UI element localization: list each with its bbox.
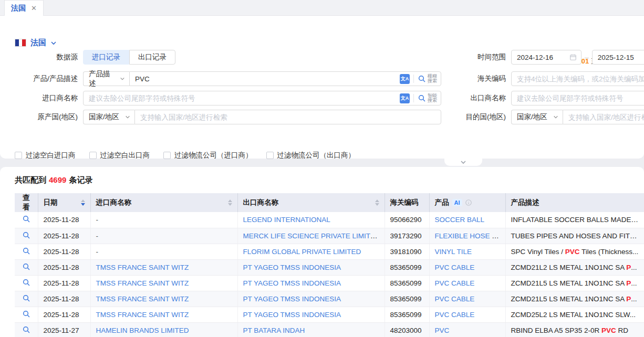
checkbox-label: 过滤空白进口商 — [26, 151, 76, 160]
end-date-input[interactable]: 2025-12-15 — [592, 50, 644, 65]
column-header-exporter[interactable]: 出口商名称 — [237, 193, 385, 212]
country-tab[interactable]: 法国 ✕ — [4, 0, 44, 16]
checkbox-filter-blank-importer[interactable]: 过滤空白进口商 — [15, 151, 76, 160]
sort-icon[interactable] — [375, 199, 379, 206]
exporter-link[interactable]: LEGEND INTERNATIONAL — [243, 216, 330, 224]
table-row: 2025-11-27 HAMELIN BRANDS LIMITED PT BAT… — [15, 322, 644, 337]
column-header-importer[interactable]: 进口商名称 — [90, 193, 237, 212]
product-link[interactable]: SOCCER BALL — [435, 216, 485, 224]
collapse-filters-button[interactable] — [444, 159, 482, 166]
translate-icon[interactable]: 文A — [400, 74, 410, 84]
cell-hs-code: 85365099 — [385, 259, 429, 275]
importer-link[interactable]: TMSS FRANCE SAINT WITZ — [96, 279, 189, 287]
sort-icon[interactable] — [228, 199, 232, 206]
view-record-button[interactable] — [22, 262, 30, 271]
france-flag-icon — [15, 39, 26, 47]
close-icon[interactable]: ✕ — [31, 5, 37, 12]
destination-country-input[interactable] — [563, 110, 644, 124]
exporter-link[interactable]: MERCK LIFE SCIENCE PRIVATE LIMITED — [243, 232, 380, 240]
importer-link[interactable]: TMSS FRANCE SAINT WITZ — [96, 311, 189, 319]
search-icon — [22, 294, 30, 302]
checkbox-filter-blank-exporter[interactable]: 过滤空白出口商 — [89, 151, 150, 160]
column-header-date-label: 日期 — [44, 198, 58, 207]
column-header-importer-label: 进口商名称 — [96, 198, 132, 207]
exporter-link[interactable]: PT YAGEO TMSS INDONESIA — [243, 311, 341, 319]
filter-checkboxes: 过滤空白进口商 过滤空白出口商 过滤物流公司（进口商） 过滤物流公司（出口商） — [15, 151, 355, 160]
view-record-button[interactable] — [22, 325, 30, 334]
chevron-down-icon — [553, 114, 558, 120]
start-date-value: 2024-12-16 — [517, 54, 553, 61]
view-record-button[interactable] — [22, 310, 30, 318]
product-link[interactable]: PVC CABLE — [435, 279, 475, 287]
origin-country-select-value: 国家/地区 — [89, 112, 119, 122]
exporter-link[interactable]: PT BATARA INDAH — [243, 327, 305, 334]
product-field-select[interactable]: 产品描述 — [83, 71, 129, 86]
ai-badge: AI — [452, 199, 462, 206]
origin-country-input[interactable] — [134, 110, 441, 124]
search-icon — [22, 231, 30, 239]
cell-hs-code: 48203000 — [385, 322, 429, 337]
origin-country-label: 原产国(地区) — [11, 112, 78, 122]
cell-date: 2025-11-27 — [38, 322, 90, 337]
importer-label: 进口商名称 — [11, 93, 78, 103]
search-icon — [418, 94, 426, 102]
column-header-date[interactable]: 日期 — [38, 193, 90, 212]
summary-prefix: 共匹配到 — [15, 175, 46, 184]
import-records-button[interactable]: 进口记录 — [83, 50, 129, 65]
fuzzy-search-button[interactable]: 模糊搜索 — [418, 74, 437, 84]
table-row: 2025-11-28 - FLORIM GLOBAL PRIVATE LIMIT… — [15, 244, 644, 259]
exporter-link[interactable]: PT YAGEO TMSS INDONESIA — [243, 279, 341, 287]
checkbox-filter-logistics-importer[interactable]: 过滤物流公司（进口商） — [163, 151, 253, 160]
exporter-link[interactable]: FLORIM GLOBAL PRIVATE LIMITED — [243, 248, 361, 256]
search-icon — [418, 75, 426, 83]
cell-hs-code: 85365099 — [385, 291, 429, 307]
importer-link[interactable]: TMSS FRANCE SAINT WITZ — [96, 295, 189, 303]
export-records-button[interactable]: 出口记录 — [129, 50, 175, 65]
hs-code-input[interactable] — [511, 71, 644, 86]
column-header-description: 产品描述 — [505, 193, 644, 212]
cell-date: 2025-11-28 — [38, 212, 90, 228]
exporter-link[interactable]: PT YAGEO TMSS INDONESIA — [243, 264, 341, 271]
origin-country-select[interactable]: 国家/地区 — [83, 110, 134, 124]
importer-link[interactable]: TMSS FRANCE SAINT WITZ — [96, 264, 189, 271]
search-icon — [22, 215, 30, 223]
table-row: 2025-11-28 - MERCK LIFE SCIENCE PRIVATE … — [15, 228, 644, 244]
country-tab-label: 法国 — [11, 4, 26, 13]
table-row: 2025-11-28 TMSS FRANCE SAINT WITZ PT YAG… — [15, 291, 644, 307]
exporter-link[interactable]: PT YAGEO TMSS INDONESIA — [243, 295, 341, 303]
translate-icon[interactable]: 文A — [400, 93, 410, 103]
start-date-input[interactable]: 2024-12-16 — [511, 50, 581, 65]
cell-description: ZCMD21L5 LS METAL 1NO1NC SA P... — [505, 291, 644, 307]
product-link[interactable]: VINYL TILE — [435, 248, 472, 256]
cell-description: SPC Vinyl Tiles / PVC Tiles (Thickness..… — [505, 244, 644, 259]
sort-icon[interactable] — [81, 199, 85, 206]
product-link[interactable]: PVC — [435, 327, 450, 334]
product-search-input[interactable] — [129, 71, 441, 86]
importer-link: - — [96, 248, 99, 256]
product-link[interactable]: PVC CABLE — [435, 311, 475, 319]
view-record-button[interactable] — [22, 231, 30, 239]
checkbox-filter-logistics-exporter[interactable]: 过滤物流公司（出口商） — [266, 151, 356, 160]
product-link[interactable]: PVC CABLE — [435, 295, 475, 303]
cell-description: RBIND ELBA A5 SP35 2-0R PVC RD — [505, 322, 644, 337]
view-record-button[interactable] — [22, 278, 30, 287]
view-record-button[interactable] — [22, 247, 30, 255]
checkbox-icon — [163, 152, 171, 159]
importer-name-input[interactable] — [83, 91, 441, 106]
product-link[interactable]: PVC CABLE — [435, 264, 475, 271]
smart-search-button[interactable]: 智能搜索 — [418, 93, 437, 103]
destination-country-select[interactable]: 国家/地区 — [511, 110, 563, 124]
hs-code-label: 海关编码 — [462, 74, 506, 83]
info-icon[interactable] — [465, 199, 472, 206]
view-record-button[interactable] — [22, 215, 30, 223]
search-icon — [22, 310, 30, 318]
divider — [413, 75, 414, 83]
search-icon — [22, 325, 30, 334]
country-selector[interactable]: 法国 — [15, 38, 57, 48]
divider — [413, 94, 414, 102]
checkbox-icon — [15, 152, 22, 159]
importer-link[interactable]: HAMELIN BRANDS LIMITED — [96, 327, 189, 334]
product-link[interactable]: FLEXIBLE HOSE PVC — [435, 232, 506, 240]
view-record-button[interactable] — [22, 294, 30, 302]
exporter-name-input[interactable] — [511, 91, 644, 106]
